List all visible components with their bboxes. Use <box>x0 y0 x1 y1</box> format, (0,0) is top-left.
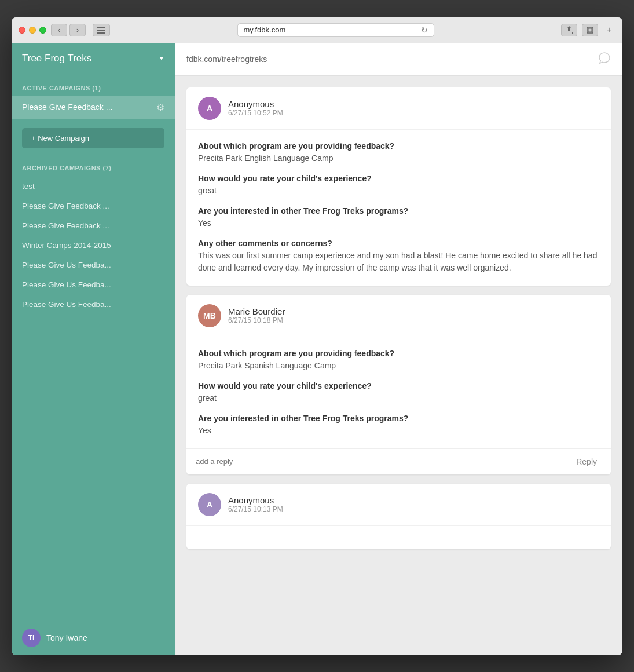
question: How would you rate your child's experien… <box>198 174 599 183</box>
archived-campaigns-list: test Please Give Feedback ... Please Giv… <box>12 176 175 314</box>
response-card: A Anonymous 6/27/15 10:52 PM About which… <box>186 87 611 286</box>
sidebar-footer: TI Tony Iwane <box>12 620 175 655</box>
fullscreen-page-button[interactable] <box>582 24 598 36</box>
avatar: A <box>198 493 221 516</box>
responses-list: A Anonymous 6/27/15 10:52 PM About which… <box>175 76 622 561</box>
question: About which program are you providing fe… <box>198 349 599 358</box>
answer: great <box>198 185 599 197</box>
svg-rect-6 <box>566 34 573 34</box>
user-name: Tony Iwane <box>46 633 87 642</box>
svg-rect-4 <box>566 32 566 34</box>
active-campaign-item[interactable]: Please Give Feedback ... ⚙ <box>12 96 175 119</box>
response-body: About which program are you providing fe… <box>186 337 611 448</box>
response-time: 6/27/15 10:52 PM <box>228 109 283 117</box>
archived-item[interactable]: Please Give Feedback ... <box>12 216 175 235</box>
organization-name: Tree Frog Treks <box>22 53 91 64</box>
svg-rect-0 <box>97 27 105 28</box>
respondent-name: Anonymous <box>228 495 283 505</box>
address-bar[interactable]: my.fdbk.com ↻ <box>237 23 434 37</box>
archived-item[interactable]: Winter Camps 2014-2015 <box>12 235 175 255</box>
qa-item: About which program are you providing fe… <box>198 141 599 165</box>
avatar: MB <box>198 304 221 327</box>
qa-item: How would you rate your child's experien… <box>198 381 599 404</box>
svg-rect-2 <box>97 32 105 34</box>
respondent-name: Anonymous <box>228 99 283 109</box>
archived-item[interactable]: Please Give Feedback ... <box>12 196 175 216</box>
archived-item[interactable]: Please Give Us Feedba... <box>12 275 175 294</box>
fullscreen-button[interactable] <box>39 27 46 34</box>
browser-window: ‹ › my.fdbk.com ↻ + Tree Frog Trek <box>12 17 622 655</box>
question: Any other comments or concerns? <box>198 239 599 248</box>
sidebar: Tree Frog Treks ▼ ACTIVE CAMPAIGNS (1) P… <box>12 43 175 655</box>
settings-gear-icon[interactable]: ⚙ <box>156 102 164 113</box>
answer: Yes <box>198 217 599 229</box>
dropdown-arrow-icon[interactable]: ▼ <box>159 55 164 61</box>
archived-item-name: Please Give Us Feedba... <box>22 300 111 309</box>
response-card: A Anonymous 6/27/15 10:13 PM <box>186 484 611 549</box>
main-content: fdbk.com/treefrogtreks A Anonymous 6/27/… <box>175 43 622 655</box>
qa-item: Are you interested in other Tree Frog Tr… <box>198 206 599 229</box>
reply-button[interactable]: Reply <box>562 449 611 474</box>
sidebar-header: Tree Frog Treks ▼ <box>12 43 175 74</box>
answer: great <box>198 392 599 404</box>
archived-item-name: Please Give Us Feedba... <box>22 261 111 269</box>
answer: Yes <box>198 425 599 437</box>
chat-icon <box>598 52 611 67</box>
browser-chrome: ‹ › my.fdbk.com ↻ + <box>12 17 622 43</box>
archived-item-name: Please Give Feedback ... <box>22 202 109 210</box>
close-button[interactable] <box>19 27 25 34</box>
respondent-info: Marie Bourdier 6/27/15 10:18 PM <box>228 306 285 324</box>
response-header: A Anonymous 6/27/15 10:52 PM <box>186 87 611 130</box>
nav-buttons: ‹ › <box>51 24 86 36</box>
question: Are you interested in other Tree Frog Tr… <box>198 414 599 423</box>
reply-input[interactable] <box>186 449 562 474</box>
archived-item-name: Winter Camps 2014-2015 <box>22 241 111 250</box>
main-header: fdbk.com/treefrogtreks <box>175 43 622 76</box>
address-text: my.fdbk.com <box>244 25 286 34</box>
qa-item: Are you interested in other Tree Frog Tr… <box>198 414 599 437</box>
respondent-info: Anonymous 6/27/15 10:52 PM <box>228 99 283 117</box>
new-campaign-button[interactable]: + New Campaign <box>22 128 164 148</box>
response-card: MB Marie Bourdier 6/27/15 10:18 PM About… <box>186 295 611 474</box>
response-body: About which program are you providing fe… <box>186 130 611 286</box>
avatar: A <box>198 97 221 120</box>
response-time: 6/27/15 10:18 PM <box>228 316 285 324</box>
archived-item-name: test <box>22 182 35 191</box>
qa-item: About which program are you providing fe… <box>198 349 599 372</box>
qa-item: Any other comments or concerns? This was… <box>198 239 599 274</box>
archived-item[interactable]: Please Give Us Feedba... <box>12 294 175 314</box>
qa-item: How would you rate your child's experien… <box>198 174 599 197</box>
question: How would you rate your child's experien… <box>198 381 599 390</box>
response-body <box>186 526 611 549</box>
share-button[interactable] <box>561 24 577 36</box>
active-campaign-name: Please Give Feedback ... <box>22 103 112 112</box>
minimize-button[interactable] <box>29 27 36 34</box>
campaign-url: fdbk.com/treefrogtreks <box>186 54 267 64</box>
traffic-lights <box>19 27 46 34</box>
svg-rect-1 <box>97 30 105 31</box>
question: About which program are you providing fe… <box>198 141 599 151</box>
archived-item[interactable]: Please Give Us Feedba... <box>12 255 175 275</box>
answer: Precita Park English Language Camp <box>198 152 599 165</box>
back-button[interactable]: ‹ <box>51 24 67 36</box>
svg-rect-5 <box>572 32 573 34</box>
user-avatar: TI <box>22 629 41 647</box>
answer: This was our first summer camp experienc… <box>198 250 599 274</box>
reply-section: Reply <box>186 448 611 474</box>
browser-actions: + <box>561 24 615 36</box>
svg-rect-8 <box>588 28 592 32</box>
new-tab-button[interactable]: + <box>603 24 615 36</box>
active-campaigns-label: ACTIVE CAMPAIGNS (1) <box>12 74 175 96</box>
question: Are you interested in other Tree Frog Tr… <box>198 206 599 216</box>
forward-button[interactable]: › <box>69 24 86 36</box>
svg-rect-3 <box>566 32 573 32</box>
archived-item[interactable]: test <box>12 176 175 196</box>
archived-campaigns-label: ARCHIVED CAMPAIGNS (7) <box>12 158 175 176</box>
app-layout: Tree Frog Treks ▼ ACTIVE CAMPAIGNS (1) P… <box>12 43 622 655</box>
response-header: A Anonymous 6/27/15 10:13 PM <box>186 484 611 526</box>
respondent-name: Marie Bourdier <box>228 306 285 316</box>
answer: Precita Park Spanish Language Camp <box>198 360 599 372</box>
sidebar-toggle-button[interactable] <box>93 24 110 36</box>
respondent-info: Anonymous 6/27/15 10:13 PM <box>228 495 283 513</box>
reload-icon[interactable]: ↻ <box>421 25 428 35</box>
